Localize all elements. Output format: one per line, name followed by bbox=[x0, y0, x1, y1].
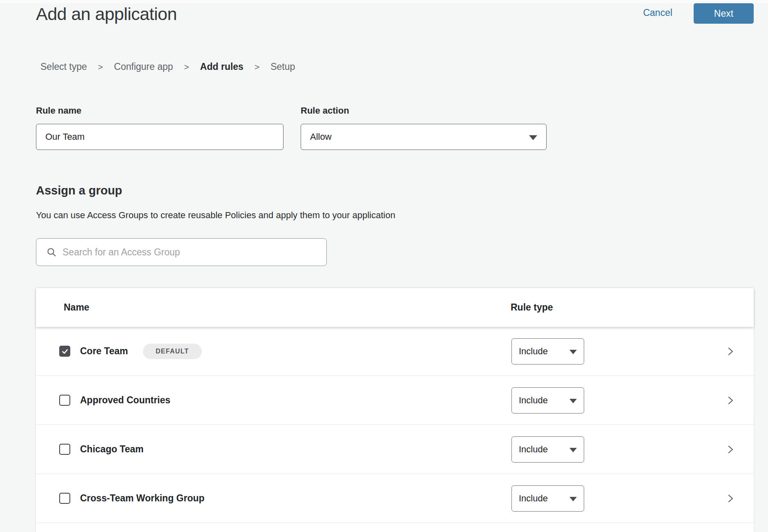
rule-action-label: Rule action bbox=[301, 105, 349, 116]
page-title: Add an application bbox=[36, 4, 177, 24]
chevron-down-icon bbox=[569, 448, 577, 452]
chevron-down-icon bbox=[529, 135, 537, 140]
breadcrumb-step-configure-app[interactable]: Configure app bbox=[114, 61, 173, 72]
access-groups-table: Name Rule type Core Team DEFAULT Include… bbox=[36, 288, 754, 532]
table-row: Cross-Team Working Group Include bbox=[36, 474, 754, 523]
group-name: Approved Countries bbox=[80, 395, 170, 406]
breadcrumb-separator: > bbox=[98, 62, 103, 72]
breadcrumb: Select type > Configure app > Add rules … bbox=[40, 61, 295, 72]
row-checkbox[interactable] bbox=[59, 346, 70, 357]
column-header-rule-type: Rule type bbox=[511, 302, 553, 313]
next-button[interactable]: Next bbox=[694, 3, 754, 24]
group-name: Core Team bbox=[80, 346, 128, 357]
rule-action-value: Allow bbox=[310, 132, 332, 142]
top-strip bbox=[0, 0, 768, 3]
breadcrumb-step-select-type[interactable]: Select type bbox=[40, 61, 87, 72]
row-checkbox[interactable] bbox=[59, 444, 70, 455]
breadcrumb-separator: > bbox=[255, 62, 259, 72]
row-checkbox[interactable] bbox=[59, 395, 70, 406]
rule-name-input[interactable] bbox=[36, 124, 284, 150]
table-header-row: Name Rule type bbox=[36, 288, 754, 327]
search-icon bbox=[46, 247, 57, 257]
assign-group-description: You can use Access Groups to create reus… bbox=[36, 210, 395, 221]
rule-type-dropdown[interactable]: Include bbox=[511, 338, 584, 364]
chevron-right-icon[interactable] bbox=[726, 445, 735, 454]
assign-group-heading: Assign a group bbox=[36, 184, 122, 197]
access-group-search[interactable] bbox=[36, 238, 327, 266]
default-badge: DEFAULT bbox=[143, 344, 202, 359]
add-application-page: Add an application Cancel Next Select ty… bbox=[0, 0, 768, 532]
rule-type-value: Include bbox=[519, 444, 548, 455]
chevron-right-icon[interactable] bbox=[726, 396, 735, 405]
rule-type-value: Include bbox=[519, 493, 548, 504]
row-checkbox[interactable] bbox=[59, 493, 70, 504]
checkmark-icon bbox=[61, 348, 69, 355]
breadcrumb-separator: > bbox=[184, 62, 189, 72]
chevron-down-icon bbox=[569, 497, 577, 501]
chevron-right-icon[interactable] bbox=[726, 494, 735, 503]
table-row: Chicago Team Include bbox=[36, 425, 754, 474]
chevron-down-icon bbox=[569, 350, 577, 354]
group-name: Chicago Team bbox=[80, 444, 144, 455]
rule-action-dropdown[interactable]: Allow bbox=[301, 124, 547, 150]
group-name: Cross-Team Working Group bbox=[80, 493, 205, 504]
chevron-down-icon bbox=[569, 399, 577, 403]
table-row: Core Team DEFAULT Include bbox=[36, 327, 754, 376]
breadcrumb-step-add-rules[interactable]: Add rules bbox=[200, 61, 243, 72]
cancel-button[interactable]: Cancel bbox=[639, 7, 676, 18]
column-header-name: Name bbox=[64, 302, 89, 313]
table-row: Approved Countries Include bbox=[36, 376, 754, 425]
rule-name-label: Rule name bbox=[36, 105, 81, 116]
breadcrumb-step-setup[interactable]: Setup bbox=[270, 61, 295, 72]
chevron-right-icon[interactable] bbox=[726, 346, 735, 356]
rule-type-dropdown[interactable]: Include bbox=[511, 387, 584, 414]
search-input[interactable] bbox=[57, 247, 326, 258]
rule-type-value: Include bbox=[519, 346, 548, 357]
rule-type-dropdown[interactable]: Include bbox=[511, 485, 584, 512]
rule-type-dropdown[interactable]: Include bbox=[511, 436, 584, 463]
rule-type-value: Include bbox=[519, 395, 548, 406]
